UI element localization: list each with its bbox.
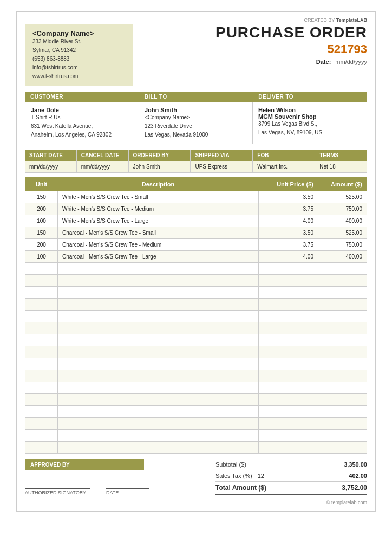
order-details-header: START DATE CANCEL DATE ORDERED BY SHIPPE… — [25, 150, 367, 161]
cell-description — [58, 358, 259, 370]
val-shipped-via: UPS Express — [191, 161, 253, 172]
signatory-row: AUTHORIZED SIGNATORY DATE — [25, 480, 215, 495]
po-date-row: Date: mm/dd/yyyy — [144, 59, 367, 65]
bill-header: BILL TO — [139, 92, 253, 102]
cell-amount: 750.00 — [318, 239, 367, 251]
table-row — [25, 382, 367, 394]
cell-unit-price — [259, 334, 318, 346]
address-header-row: CUSTOMER BILL TO DELIVER TO — [25, 92, 367, 102]
cell-unit — [25, 299, 58, 311]
cell-unit — [25, 334, 58, 346]
val-start-date: mm/dd/yyyy — [25, 161, 77, 172]
cell-description — [58, 334, 259, 346]
footer-text: © templatelab.com — [326, 500, 367, 505]
cell-unit-price — [259, 346, 318, 358]
po-number: 521793 — [144, 42, 367, 56]
created-by-label: CREATED BY — [304, 17, 335, 23]
cell-unit-price — [259, 287, 318, 299]
table-row — [25, 299, 367, 311]
cell-unit — [25, 394, 58, 406]
cell-description: White - Men's S/S Crew Tee - Small — [58, 191, 259, 203]
cell-amount — [318, 418, 367, 430]
signatory-field: AUTHORIZED SIGNATORY — [25, 480, 90, 495]
bill-col: John Smith <Company Name> 123 Riverdale … — [139, 102, 253, 144]
cell-amount — [318, 263, 367, 275]
po-title: PURCHASE ORDER — [144, 24, 367, 41]
table-row: 150 White - Men's S/S Crew Tee - Small 3… — [25, 191, 367, 203]
customer-header: CUSTOMER — [25, 92, 139, 102]
cell-description — [58, 275, 259, 287]
company-info-block: <Company Name> 333 Middle River St. Sylm… — [25, 24, 133, 86]
col-unit-price: Unit Price ($) — [259, 178, 318, 191]
cell-unit — [25, 346, 58, 358]
col-shipped-via: SHIPPED VIA — [191, 150, 253, 161]
cell-amount: 525.00 — [318, 191, 367, 203]
cell-amount — [318, 394, 367, 406]
templatelab-name: TemplateLAB — [336, 17, 367, 23]
cell-amount: 750.00 — [318, 203, 367, 215]
cell-description — [58, 311, 259, 322]
table-row: 100 Charcoal - Men's S/S Crew Tee - Larg… — [25, 251, 367, 263]
table-row: 200 White - Men's S/S Crew Tee - Medium … — [25, 203, 367, 215]
col-description: Description — [58, 178, 259, 191]
bill-line1: <Company Name> — [145, 113, 247, 122]
cell-unit-price: 3.50 — [259, 227, 318, 239]
tax-inner: Sales Tax (%) 12 — [215, 473, 264, 479]
cell-description — [58, 322, 259, 334]
date-value: mm/dd/yyyy — [335, 59, 367, 65]
cell-unit-price — [259, 442, 318, 454]
document-header: <Company Name> 333 Middle River St. Sylm… — [25, 24, 367, 86]
cell-unit-price: 4.00 — [259, 251, 318, 263]
subtotal-row: Subtotal ($) 3,350.00 — [215, 459, 367, 470]
table-row — [25, 394, 367, 406]
cell-unit-price — [259, 275, 318, 287]
subtotal-value: 3,350.00 — [324, 461, 367, 468]
col-terms: TERMS — [315, 150, 367, 161]
cell-unit: 200 — [25, 239, 58, 251]
tax-value: 402.00 — [324, 473, 367, 479]
cell-description — [58, 299, 259, 311]
cell-amount — [318, 287, 367, 299]
cell-unit — [25, 442, 58, 454]
deliver-company: MGM Souvenir Shop — [258, 113, 361, 120]
cell-unit: 200 — [25, 203, 58, 215]
cell-amount — [318, 406, 367, 418]
col-start-date: START DATE — [25, 150, 77, 161]
total-label: Total Amount ($) — [215, 484, 266, 492]
cell-amount — [318, 275, 367, 287]
order-details-section: START DATE CANCEL DATE ORDERED BY SHIPPE… — [25, 150, 367, 173]
cell-description — [58, 406, 259, 418]
cell-unit: 100 — [25, 215, 58, 227]
table-row — [25, 442, 367, 454]
cell-unit — [25, 358, 58, 370]
cell-unit-price — [259, 394, 318, 406]
cell-unit-price — [259, 299, 318, 311]
totals-section: Subtotal ($) 3,350.00 Sales Tax (%) 12 4… — [215, 459, 367, 495]
col-unit: Unit — [25, 178, 58, 191]
customer-col: Jane Dole T-Shirt R Us 631 West Katella … — [25, 102, 139, 144]
cell-unit — [25, 370, 58, 382]
approved-header: APPROVED BY — [25, 459, 144, 470]
cell-amount: 525.00 — [318, 227, 367, 239]
company-email: info@tshirtrus.com — [32, 63, 126, 72]
cell-description — [58, 346, 259, 358]
company-web: www.t-shirtrus.com — [32, 72, 126, 81]
cell-unit-price: 3.75 — [259, 239, 318, 251]
table-row: 200 Charcoal - Men's S/S Crew Tee - Medi… — [25, 239, 367, 251]
cell-amount — [318, 346, 367, 358]
cell-description — [58, 442, 259, 454]
cell-description — [58, 430, 259, 442]
date-field: DATE — [106, 480, 149, 495]
cell-unit-price: 3.75 — [259, 203, 318, 215]
cell-unit: 100 — [25, 251, 58, 263]
val-ordered-by: John Smith — [129, 161, 191, 172]
cell-amount — [318, 322, 367, 334]
cell-unit-price — [259, 370, 318, 382]
deliver-name: Helen Wilson — [258, 107, 361, 113]
cell-unit — [25, 406, 58, 418]
cell-unit: 150 — [25, 191, 58, 203]
cell-description — [58, 370, 259, 382]
signatory-label: AUTHORIZED SIGNATORY — [25, 490, 90, 495]
signatory-line — [25, 480, 90, 489]
cell-unit — [25, 275, 58, 287]
